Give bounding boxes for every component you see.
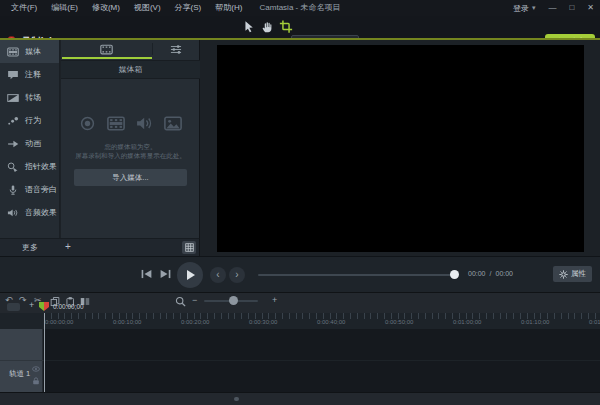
sidebar-item-animations[interactable]: 动画 (0, 132, 59, 155)
minimize-button[interactable]: — (548, 0, 556, 16)
video-preview-stage[interactable] (217, 45, 584, 252)
track-options-button[interactable] (7, 303, 20, 311)
sidebar-item-cursor-effects[interactable]: 指针效果 (0, 155, 59, 178)
magnifier-icon (175, 296, 186, 307)
ruler-label: 0:01:20;00 (589, 319, 600, 325)
play-button[interactable] (177, 262, 203, 288)
menu-edit[interactable]: 编辑(E) (44, 0, 85, 16)
chevron-right-icon: › (235, 269, 238, 280)
crop-icon (279, 19, 293, 34)
timeline-ruler[interactable]: 0:00:00;00 0:00:10;00 0:00:20;00 0:00:30… (0, 313, 600, 329)
callout-icon (7, 70, 19, 80)
ruler-label: 0:00:20;00 (181, 319, 209, 325)
panel-bottom-bar: 更多 + (0, 238, 200, 256)
track1-label: 轨道 1 (9, 369, 30, 379)
sidebar-item-audio-effects[interactable]: 音频效果 (0, 201, 59, 224)
playhead-line[interactable] (44, 313, 45, 392)
filmstrip-icon (100, 44, 113, 55)
more-tools-button[interactable]: 更多 (0, 239, 60, 256)
empty-media-message: 您的媒体箱为空。 屏幕录制和导入的媒体将显示在此处。 (61, 142, 200, 160)
tab-media-bin[interactable] (100, 44, 113, 55)
track1-content[interactable] (43, 360, 600, 391)
title-bar: 文件(F) 编辑(E) 修改(M) 视图(V) 分享(S) 帮助(H) Camt… (0, 0, 600, 16)
ruler-label: 0:00:30;00 (249, 319, 277, 325)
active-tab-underline (62, 57, 152, 59)
zoom-out-button[interactable]: − (192, 295, 197, 305)
close-button[interactable]: ✕ (587, 0, 594, 16)
menu-share[interactable]: 分享(S) (168, 0, 209, 16)
menu-file[interactable]: 文件(F) (4, 0, 44, 16)
crop-tool-button[interactable] (279, 19, 293, 34)
ruler-label: 0:00:00;00 (45, 319, 73, 325)
timeline-tracks: 轨道 1 (0, 329, 600, 392)
play-icon (184, 269, 196, 281)
maximize-button[interactable]: □ (569, 0, 574, 16)
step-back-icon (140, 268, 153, 280)
sliders-icon (170, 44, 182, 55)
jump-start-button[interactable]: ‹ (210, 267, 226, 283)
empty-media-line2: 屏幕录制和导入的媒体将显示在此处。 (61, 151, 200, 160)
zoom-in-button[interactable]: + (272, 295, 277, 305)
redo-button[interactable]: ↷ (19, 295, 27, 305)
menu-help[interactable]: 帮助(H) (208, 0, 249, 16)
speaker-icon (7, 208, 19, 218)
sidebar-item-label: 行为 (25, 115, 41, 126)
step-forward-button[interactable] (159, 268, 172, 280)
playback-bar: ‹ › 00:00 / 00:00 属性 (0, 256, 600, 292)
track-divider (0, 360, 43, 361)
eye-icon (32, 366, 40, 372)
tab-properties-filters[interactable] (170, 44, 182, 55)
timeline-zoom-button[interactable] (175, 296, 186, 307)
current-time: 00:00 (468, 270, 486, 277)
sidebar-item-transitions[interactable]: 转场 (0, 86, 59, 109)
timeline-toolbar: ↶ ↷ ✂ − (0, 292, 600, 313)
timeline-zoom-handle[interactable] (229, 296, 238, 305)
step-forward-icon (159, 268, 172, 280)
total-time: 00:00 (495, 270, 513, 277)
track-lock-toggle[interactable] (32, 377, 40, 385)
cursor-effects-icon (7, 162, 19, 172)
hand-tool-button[interactable] (261, 20, 274, 34)
media-panel: 媒体箱 (61, 40, 200, 238)
menu-view[interactable]: 视图(V) (127, 0, 168, 16)
ruler-label: 0:01:10;00 (521, 319, 549, 325)
panel-tab-bar (61, 40, 200, 59)
cursor-icon (243, 20, 256, 34)
sidebar-item-voice-narration[interactable]: 语音旁白 (0, 178, 59, 201)
filmstrip-icon (107, 116, 125, 131)
properties-button[interactable]: 属性 (553, 266, 592, 282)
properties-label: 属性 (571, 269, 586, 279)
sidebar-item-behaviors[interactable]: 行为 (0, 109, 59, 132)
sidebar-item-media[interactable]: 媒体 (0, 40, 59, 63)
horizontal-scrollbar-thumb[interactable] (234, 397, 239, 401)
main-area: 媒体 注释 转场 行为 (0, 40, 600, 256)
microphone-icon (7, 185, 19, 195)
sidebar-item-label: 转场 (25, 92, 41, 103)
sidebar-item-label: 音频效果 (25, 207, 57, 218)
empty-media-line1: 您的媒体箱为空。 (61, 142, 200, 151)
filmstrip-icon (7, 47, 19, 57)
empty-media-icons (61, 116, 200, 131)
cursor-tool-button[interactable] (243, 20, 256, 34)
time-divider: / (490, 270, 492, 277)
add-track-button[interactable]: + (29, 300, 34, 310)
track-visibility-toggle[interactable] (32, 366, 40, 372)
timeline-scrollbar-area (0, 392, 600, 405)
import-media-button[interactable]: 导入媒体... (74, 169, 187, 186)
grid-view-button[interactable] (182, 241, 196, 254)
chevron-left-icon: ‹ (216, 269, 219, 280)
sidebar-item-label: 语音旁白 (25, 184, 57, 195)
ruler-label: 0:00:50;00 (385, 319, 413, 325)
grid-icon (185, 243, 194, 252)
ruler-label: 0:00:10;00 (113, 319, 141, 325)
scrubber-handle[interactable] (450, 270, 459, 279)
lock-icon (32, 377, 40, 385)
menu-modify[interactable]: 修改(M) (85, 0, 127, 16)
sidebar-item-annotations[interactable]: 注释 (0, 63, 59, 86)
step-back-button[interactable] (140, 268, 153, 280)
time-display: 00:00 / 00:00 (468, 270, 513, 277)
login-button[interactable]: 登录 ▾ (513, 3, 536, 14)
jump-end-button[interactable]: › (229, 267, 245, 283)
scrubber-track[interactable] (258, 274, 456, 276)
add-media-button[interactable]: + (60, 239, 76, 255)
